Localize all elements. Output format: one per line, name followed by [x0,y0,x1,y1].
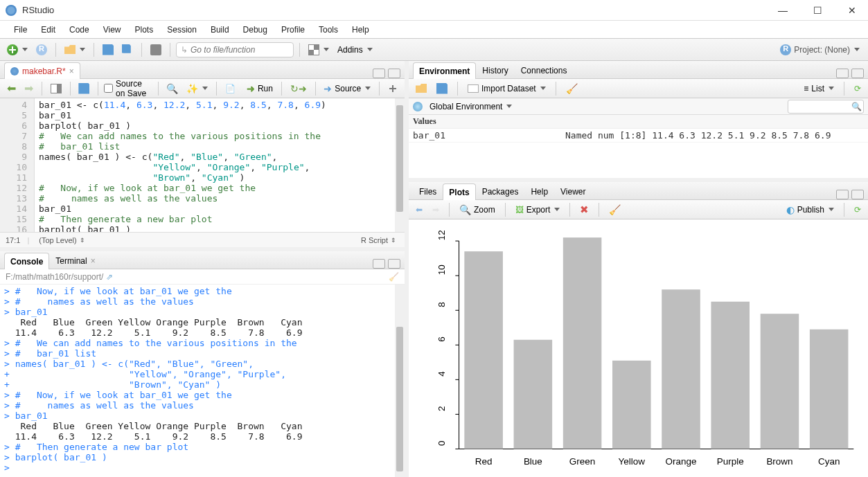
find-icon[interactable]: 🔍 [163,82,181,96]
menu-edit[interactable]: Edit [34,22,62,37]
menu-build[interactable]: Build [204,22,236,37]
terminal-tab[interactable]: Terminal × [49,253,101,269]
go-to-file-input[interactable] [191,45,289,55]
minimize-env-icon[interactable] [836,69,849,78]
tab-files[interactable]: Files [413,183,443,200]
plots-toolbar: ⬅ ➡ 🔍 Zoom 🖼 Export ✖ 🧹 ◐ Publish ⟳ [409,200,868,219]
clear-workspace-icon[interactable]: 🧹 [563,82,581,96]
tab-environment[interactable]: Environment [413,62,476,79]
svg-text:0: 0 [436,440,447,445]
save-source-button[interactable] [76,82,92,96]
set-wd-icon[interactable]: ⇗ [106,272,113,282]
menu-view[interactable]: View [96,22,128,37]
console-tab[interactable]: Console [4,253,49,269]
scope-selector[interactable]: (Top Level) ⇕ [36,235,87,246]
tab-plots[interactable]: Plots [443,183,475,200]
tab-help[interactable]: Help [524,183,554,200]
run-button[interactable]: ➜ Run [244,82,276,96]
tab-viewer[interactable]: Viewer [554,183,592,200]
refresh-plot-icon[interactable]: ⟳ [851,204,864,216]
code-tools-icon[interactable]: ✨ [184,82,211,96]
save-workspace-icon[interactable] [434,82,450,96]
go-to-file-function[interactable]: ↳ [176,42,294,57]
import-dataset-button[interactable]: Import Dataset [465,82,549,95]
load-workspace-icon[interactable] [413,82,429,96]
back-icon[interactable]: ⬅ [4,80,19,96]
remove-plot-icon[interactable]: ✖ [577,202,592,217]
maximize-button[interactable]: ☐ [807,5,828,16]
close-tab-icon[interactable]: × [69,66,74,76]
forward-icon[interactable]: ➡ [21,80,36,96]
svg-text:12: 12 [436,230,447,240]
env-table: Values bar_01Named num [1:8] 11.4 6.3 12… [409,115,868,178]
minimize-console-icon[interactable] [373,259,385,269]
maximize-env-icon[interactable] [851,69,864,78]
next-plot-icon[interactable]: ➡ [429,204,442,216]
main-toolbar: ↳ Addins Project: (None) [0,39,868,61]
open-file-button[interactable] [62,43,88,57]
svg-rect-22 [612,361,651,449]
source-on-save-checkbox[interactable]: Source on Save [104,79,152,98]
minimize-plots-icon[interactable] [836,190,849,199]
print-button[interactable] [148,43,164,57]
close-button[interactable]: ✕ [842,5,862,16]
svg-rect-20 [563,237,602,449]
new-project-button[interactable] [33,43,50,57]
svg-text:Purple: Purple [717,456,744,467]
menu-file[interactable]: File [7,22,34,37]
menu-session[interactable]: Session [160,22,204,37]
svg-text:Yellow: Yellow [619,456,646,467]
show-in-new-window-icon[interactable] [48,82,64,95]
svg-text:Green: Green [569,456,595,467]
editor-scrollbar[interactable] [395,98,405,232]
title-bar: RStudio — ☐ ✕ [0,0,868,21]
svg-text:8: 8 [436,302,447,307]
menu-profile[interactable]: Profile [274,22,312,37]
tab-connections[interactable]: Connections [515,62,574,79]
zoom-button[interactable]: 🔍 Zoom [457,203,498,217]
language-selector[interactable]: R Script ⇕ [358,235,399,246]
save-all-button[interactable] [119,43,136,57]
project-menu[interactable]: Project: (None) [780,44,864,55]
menu-help[interactable]: Help [345,22,376,37]
env-row[interactable]: bar_01Named num [1:8] 11.4 6.3 12.2 5.1 … [409,129,868,143]
code-editor[interactable]: bar_01 <- c(11.4, 6.3, 12.2, 5.1, 9.2, 8… [35,98,405,232]
minimize-pane-icon[interactable] [373,69,385,78]
list-view-button[interactable]: ≡ List [801,82,837,95]
outline-icon[interactable] [385,82,400,95]
svg-rect-24 [662,289,700,449]
addins-button[interactable]: Addins [335,44,375,56]
console-scrollbar[interactable] [395,285,405,477]
svg-rect-16 [464,251,503,449]
export-button[interactable]: 🖼 Export [513,204,563,216]
source-button[interactable]: ➜ Source [321,82,373,96]
rerun-button[interactable]: ↻➜ [287,82,310,96]
maximize-plots-icon[interactable] [851,190,864,199]
menu-code[interactable]: Code [62,22,96,37]
tab-history[interactable]: History [476,62,514,79]
menu-plots[interactable]: Plots [128,22,161,37]
prev-plot-icon[interactable]: ⬅ [413,204,425,216]
source-pane: makebar.R* × ⬅ ➡ Source on Save 🔍 [0,61,405,251]
save-button[interactable] [100,43,116,57]
line-gutter: 4567891011121314151617 [0,98,35,232]
maximize-pane-icon[interactable] [388,69,400,78]
publish-button[interactable]: ◐ Publish [783,203,837,217]
refresh-env-icon[interactable]: ⟳ [851,82,864,95]
menu-debug[interactable]: Debug [236,22,274,37]
compile-report-icon[interactable]: 📄 [222,82,238,95]
minimize-button[interactable]: — [772,5,793,16]
new-file-button[interactable] [4,43,30,57]
menu-tools[interactable]: Tools [312,22,345,37]
console-output[interactable]: > # Now, if we look at bar_01 we get the… [0,285,405,477]
clear-console-icon[interactable]: 🧹 [389,272,399,282]
source-tab[interactable]: makebar.R* × [4,62,80,79]
barplot-svg: 024681012RedBlueGreenYellowOrangePurpleB… [409,219,868,477]
console-pane: Console Terminal × F:/math/math160r/supp… [0,251,405,477]
workspace-panes-button[interactable] [305,43,332,57]
clear-all-plots-icon[interactable]: 🧹 [606,203,623,217]
env-scope-selector[interactable]: Global Environment [427,100,515,113]
svg-text:10: 10 [436,264,447,275]
maximize-console-icon[interactable] [388,259,400,269]
tab-packages[interactable]: Packages [476,183,525,200]
